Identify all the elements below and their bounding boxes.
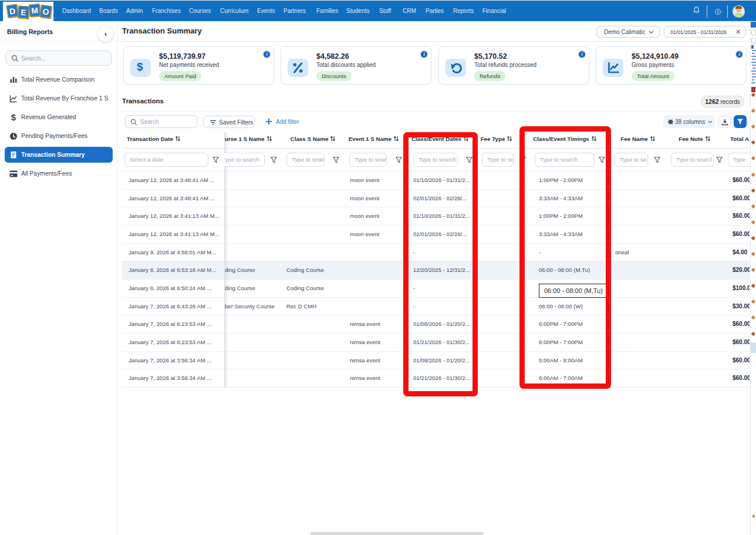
svg-text:$: $ xyxy=(11,113,16,122)
